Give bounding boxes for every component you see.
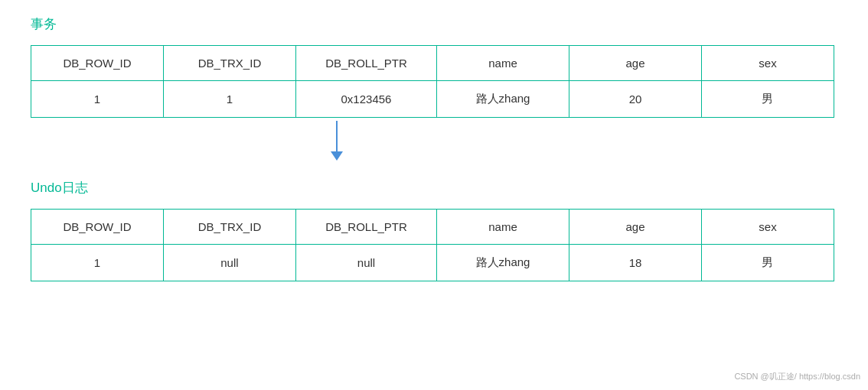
- cell-name-1: 路人zhang: [437, 81, 569, 118]
- cell-db-roll-ptr-1: 0x123456: [295, 81, 436, 118]
- cell-age-1: 20: [569, 81, 702, 118]
- cell-db-roll-ptr-2: null: [295, 245, 436, 281]
- cell-sex-2: 男: [701, 245, 834, 281]
- table-row: 1 null null 路人zhang 18 男: [31, 245, 834, 281]
- transaction-table: DB_ROW_ID DB_TRX_ID DB_ROLL_PTR name age…: [31, 45, 834, 118]
- table-header-row: DB_ROW_ID DB_TRX_ID DB_ROLL_PTR name age…: [31, 46, 834, 81]
- table-row: 1 1 0x123456 路人zhang 20 男: [31, 81, 834, 118]
- col-header-db-roll-ptr-2: DB_ROLL_PTR: [295, 210, 436, 245]
- col-header-sex-1: sex: [701, 46, 834, 81]
- col-header-name-2: name: [437, 210, 569, 245]
- col-header-db-trx-id-2: DB_TRX_ID: [163, 210, 295, 245]
- arrow-head: [331, 151, 343, 161]
- undo-table-header-row: DB_ROW_ID DB_TRX_ID DB_ROLL_PTR name age…: [31, 210, 834, 245]
- col-header-name-1: name: [437, 46, 569, 81]
- cell-db-trx-id-2: null: [163, 245, 295, 281]
- transaction-title: 事务: [31, 15, 837, 33]
- cell-sex-1: 男: [701, 81, 834, 118]
- cell-age-2: 18: [569, 245, 702, 281]
- col-header-db-row-id-2: DB_ROW_ID: [31, 210, 164, 245]
- undo-log-table: DB_ROW_ID DB_TRX_ID DB_ROLL_PTR name age…: [31, 209, 834, 281]
- cell-db-trx-id-1: 1: [163, 81, 295, 118]
- col-header-db-roll-ptr-1: DB_ROLL_PTR: [295, 46, 436, 81]
- col-header-db-row-id-1: DB_ROW_ID: [31, 46, 164, 81]
- arrow-line: [336, 121, 338, 151]
- col-header-sex-2: sex: [701, 210, 834, 245]
- col-header-db-trx-id-1: DB_TRX_ID: [163, 46, 295, 81]
- col-header-age-2: age: [569, 210, 702, 245]
- undo-log-title: Undo日志: [31, 179, 837, 197]
- watermark: CSDN @叽正途/ https://blog.csdn: [734, 371, 860, 382]
- cell-db-row-id-2: 1: [31, 245, 164, 281]
- cell-db-row-id-1: 1: [31, 81, 164, 118]
- arrow-connector: [31, 118, 837, 164]
- cell-name-2: 路人zhang: [437, 245, 569, 281]
- col-header-age-1: age: [569, 46, 702, 81]
